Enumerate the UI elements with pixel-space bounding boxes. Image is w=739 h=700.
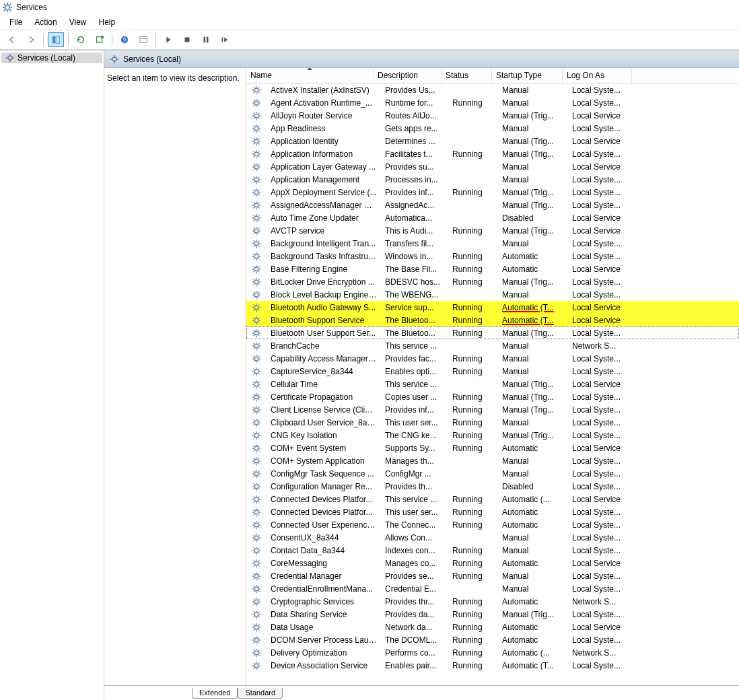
service-row[interactable]: Device Association ServiceEnables pair..… bbox=[246, 659, 739, 672]
service-row[interactable]: AVCTP serviceThis is Audi...RunningManua… bbox=[246, 224, 739, 237]
service-row[interactable]: AppX Deployment Service (...Provides inf… bbox=[246, 186, 739, 199]
service-row[interactable]: Capability Access Manager ...Provides fa… bbox=[246, 352, 739, 365]
menu-help[interactable]: Help bbox=[94, 16, 121, 28]
console-tree[interactable]: Services (Local) bbox=[0, 50, 104, 699]
service-row[interactable]: COM+ System ApplicationManages th...Manu… bbox=[246, 454, 739, 467]
service-row[interactable]: COM+ Event SystemSupports Sy...RunningAu… bbox=[246, 442, 739, 454]
service-row[interactable]: Connected Devices Platfor...This service… bbox=[246, 493, 739, 505]
column-status[interactable]: Status bbox=[442, 68, 492, 83]
service-row[interactable]: Delivery OptimizationPerforms co...Runni… bbox=[246, 646, 739, 659]
service-row[interactable]: Credential ManagerProvides se...RunningM… bbox=[246, 569, 739, 582]
service-row[interactable]: Certificate PropagationCopies user ...Ru… bbox=[246, 390, 739, 403]
service-row[interactable]: Background Intelligent Tran...Transfers … bbox=[246, 237, 739, 250]
service-row[interactable]: App ReadinessGets apps re...ManualLocal … bbox=[246, 122, 739, 135]
service-row[interactable]: Application InformationFacilitates t...R… bbox=[246, 147, 739, 160]
service-row[interactable]: ConfigMgr Task Sequence ...ConfigMgr ...… bbox=[246, 467, 739, 480]
svg-line-242 bbox=[254, 381, 255, 382]
svg-line-406 bbox=[258, 611, 260, 612]
column-description[interactable]: Description bbox=[374, 68, 442, 83]
restart-service-button[interactable] bbox=[217, 32, 233, 47]
panel-title: Services (Local) bbox=[123, 55, 181, 64]
show-hide-tree-button[interactable] bbox=[48, 32, 64, 47]
service-row[interactable]: Bluetooth Support ServiceThe Bluetoo...R… bbox=[246, 314, 739, 326]
tab-extended[interactable]: Extended bbox=[192, 688, 238, 699]
service-row[interactable]: Agent Activation Runtime_...Runtime for.… bbox=[246, 96, 739, 109]
svg-point-174 bbox=[254, 293, 258, 297]
tab-standard[interactable]: Standard bbox=[238, 688, 283, 699]
service-name: Client License Service (ClipS... bbox=[267, 405, 381, 415]
service-row[interactable]: AllJoyn Router ServiceRoutes AllJo...Man… bbox=[246, 109, 739, 122]
service-row[interactable]: Application ManagementProcesses in...Man… bbox=[246, 173, 739, 186]
service-row[interactable]: Connected Devices Platfor...This user se… bbox=[246, 505, 739, 518]
menu-view[interactable]: View bbox=[64, 16, 92, 28]
svg-line-155 bbox=[254, 258, 255, 259]
service-row[interactable]: Cryptographic ServicesProvides thr...Run… bbox=[246, 595, 739, 608]
service-row[interactable]: BitLocker Drive Encryption ...BDESVC hos… bbox=[246, 275, 739, 288]
services-list[interactable]: Name Description Status Startup Type Log… bbox=[246, 68, 739, 685]
service-row[interactable]: Data Sharing ServiceProvides da...Runnin… bbox=[246, 608, 739, 621]
service-log-on-as: Local Syste... bbox=[568, 392, 637, 402]
svg-line-360 bbox=[258, 552, 260, 553]
service-row[interactable]: Bluetooth Audio Gateway S...Service sup.… bbox=[246, 301, 739, 314]
service-row[interactable]: Contact Data_8a344Indexes con...RunningM… bbox=[246, 544, 739, 557]
service-startup-type: Manual bbox=[498, 418, 568, 427]
service-log-on-as: Local Syste... bbox=[568, 328, 637, 338]
service-row[interactable]: Configuration Manager Re...Provides th..… bbox=[246, 480, 739, 493]
service-row[interactable]: Background Tasks Infrastruc...Windows in… bbox=[246, 250, 739, 262]
svg-line-404 bbox=[254, 611, 255, 612]
svg-line-377 bbox=[254, 573, 255, 574]
svg-point-120 bbox=[254, 216, 258, 220]
svg-line-432 bbox=[258, 654, 260, 656]
service-row[interactable]: CoreMessagingManages co...RunningAutomat… bbox=[246, 557, 739, 569]
gear-icon bbox=[246, 431, 267, 440]
services-rows[interactable]: ActiveX Installer (AxInstSV)Provides Us.… bbox=[246, 83, 739, 685]
refresh-button[interactable] bbox=[73, 32, 89, 47]
forward-button[interactable] bbox=[23, 32, 39, 47]
column-log-on-as[interactable]: Log On As bbox=[563, 68, 632, 83]
service-startup-type: Automatic (... bbox=[498, 648, 568, 658]
svg-line-143 bbox=[254, 240, 255, 242]
svg-line-126 bbox=[258, 219, 260, 221]
service-row[interactable]: CNG Key IsolationThe CNG ke...RunningMan… bbox=[246, 429, 739, 442]
service-description: The Base Fil... bbox=[381, 265, 448, 274]
column-name[interactable]: Name bbox=[246, 68, 374, 83]
service-row[interactable]: ConsentUX_8a344Allows Con...ManualLocal … bbox=[246, 531, 739, 544]
service-row[interactable]: Cellular TimeThis service ...Manual (Tri… bbox=[246, 378, 739, 390]
stop-service-button[interactable] bbox=[179, 32, 195, 47]
service-row[interactable]: Auto Time Zone UpdaterAutomatica...Disab… bbox=[246, 211, 739, 224]
svg-point-300 bbox=[254, 472, 258, 476]
export-button[interactable] bbox=[92, 32, 108, 47]
back-button[interactable] bbox=[4, 32, 20, 47]
service-row[interactable]: CaptureService_8a344Enables opti...Runni… bbox=[246, 365, 739, 378]
service-row[interactable]: ActiveX Installer (AxInstSV)Provides Us.… bbox=[246, 83, 739, 96]
properties-button[interactable] bbox=[135, 32, 151, 47]
svg-line-397 bbox=[258, 598, 260, 600]
service-row[interactable]: CredentialEnrollmentMana...Credential E.… bbox=[246, 582, 739, 595]
column-startup-type[interactable]: Startup Type bbox=[492, 68, 563, 83]
service-row[interactable]: DCOM Server Process Laun...The DCOML...R… bbox=[246, 633, 739, 646]
svg-line-199 bbox=[258, 317, 260, 318]
service-row[interactable]: Connected User Experience...The Connec..… bbox=[246, 518, 739, 531]
service-row[interactable]: Block Level Backup Engine ...The WBENG..… bbox=[246, 288, 739, 301]
menu-action[interactable]: Action bbox=[29, 16, 62, 28]
service-description: The Bluetoo... bbox=[381, 316, 448, 325]
svg-line-80 bbox=[254, 151, 255, 152]
service-row[interactable]: Bluetooth User Support Ser...The Bluetoo… bbox=[246, 326, 739, 339]
service-row[interactable]: Clipboard User Service_8a344This user se… bbox=[246, 416, 739, 429]
svg-line-287 bbox=[254, 445, 255, 446]
service-row[interactable]: Client License Service (ClipS...Provides… bbox=[246, 403, 739, 416]
service-row[interactable]: Base Filtering EngineThe Base Fil...Runn… bbox=[246, 262, 739, 275]
svg-point-219 bbox=[254, 357, 258, 361]
menu-file[interactable]: File bbox=[4, 16, 28, 28]
service-row[interactable]: Data UsageNetwork da...RunningAutomaticL… bbox=[246, 621, 739, 633]
service-row[interactable]: AssignedAccessManager Se...AssignedAc...… bbox=[246, 199, 739, 211]
pause-service-button[interactable] bbox=[198, 32, 214, 47]
service-row[interactable]: BranchCacheThis service ...ManualNetwork… bbox=[246, 339, 739, 352]
help-button[interactable]: ? bbox=[116, 32, 133, 47]
service-log-on-as: Local Service bbox=[568, 111, 637, 120]
service-name: Bluetooth Support Service bbox=[267, 316, 381, 325]
tree-node-services-local[interactable]: Services (Local) bbox=[1, 53, 102, 63]
start-service-button[interactable] bbox=[160, 32, 176, 47]
service-row[interactable]: Application IdentityDetermines ...Manual… bbox=[246, 135, 739, 147]
service-row[interactable]: Application Layer Gateway ...Provides su… bbox=[246, 160, 739, 173]
